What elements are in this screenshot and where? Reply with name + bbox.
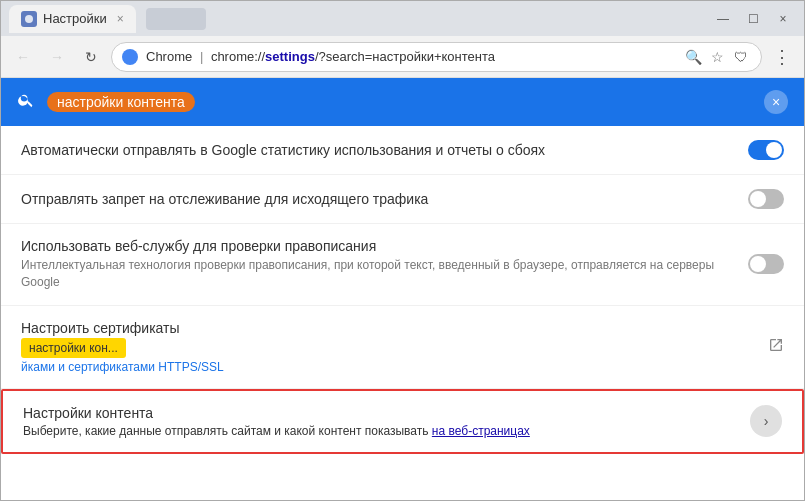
settings-item-title: Отправлять запрет на отслеживание для ис… — [21, 191, 732, 207]
window-controls: — ☐ × — [710, 9, 796, 29]
toggle-google-stats[interactable] — [748, 140, 784, 160]
titlebar-left: Настройки × — [9, 5, 206, 33]
tab-close-button[interactable]: × — [117, 12, 124, 26]
settings-item-text: Отправлять запрет на отслеживание для ис… — [21, 191, 748, 207]
close-window-button[interactable]: × — [770, 9, 796, 29]
new-tab-area — [146, 8, 206, 30]
cert-tooltip: настройки кон... — [21, 338, 126, 358]
address-text: Chrome | chrome://settings/?search=настр… — [146, 49, 495, 64]
bookmark-icon[interactable]: ☆ — [707, 47, 727, 67]
refresh-button[interactable]: ↻ — [77, 43, 105, 71]
settings-item-text: Автоматически отправлять в Google статис… — [21, 142, 748, 158]
browser-menu-button[interactable]: ⋮ — [768, 43, 796, 71]
settings-item-certificates: Настроить сертификаты настройки кон... й… — [1, 306, 804, 389]
toggle-dnt[interactable] — [748, 189, 784, 209]
searchbar-search-icon — [17, 91, 35, 114]
external-link-icon[interactable] — [768, 337, 784, 357]
address-domain: Chrome — [146, 49, 192, 64]
back-button[interactable]: ← — [9, 43, 37, 71]
toggle-spellcheck[interactable] — [748, 254, 784, 274]
settings-content: Автоматически отправлять в Google статис… — [1, 126, 804, 500]
content-settings-desc: Выберите, какие данные отправлять сайтам… — [23, 424, 750, 438]
browser-window: Настройки × — ☐ × ← → ↻ Chrome | chrome:… — [0, 0, 805, 501]
settings-searchbar: настройки контента × — [1, 78, 804, 126]
navbar: ← → ↻ Chrome | chrome://settings/?search… — [1, 36, 804, 78]
content-settings-chevron[interactable]: › — [750, 405, 782, 437]
settings-item-title: Использовать веб-службу для проверки пра… — [21, 238, 732, 254]
shield-icon[interactable]: 🛡 — [731, 47, 751, 67]
search-input-area[interactable]: настройки контента — [47, 93, 752, 111]
settings-item-text: Использовать веб-службу для проверки пра… — [21, 238, 748, 291]
address-full: chrome://settings/?search=настройки+конт… — [211, 49, 495, 64]
content-settings-text: Настройки контента Выберите, какие данны… — [23, 405, 750, 438]
settings-item-title: Автоматически отправлять в Google статис… — [21, 142, 732, 158]
cert-subtitle: йками и сертификатами HTTPS/SSL — [21, 360, 768, 374]
address-bar[interactable]: Chrome | chrome://settings/?search=настр… — [111, 42, 762, 72]
minimize-button[interactable]: — — [710, 9, 736, 29]
titlebar: Настройки × — ☐ × — [1, 1, 804, 36]
forward-button[interactable]: → — [43, 43, 71, 71]
cert-item-text: Настроить сертификаты настройки кон... й… — [21, 320, 768, 374]
search-addr-icon[interactable]: 🔍 — [683, 47, 703, 67]
settings-item-spellcheck: Использовать веб-службу для проверки пра… — [1, 224, 804, 306]
svg-point-0 — [25, 15, 33, 23]
browser-tab[interactable]: Настройки × — [9, 5, 136, 33]
site-favicon — [122, 49, 138, 65]
address-separator: | — [200, 49, 203, 64]
settings-item-google-stats: Автоматически отправлять в Google статис… — [1, 126, 804, 175]
content-settings-link[interactable]: на веб-страницах — [432, 424, 530, 438]
cert-title: Настроить сертификаты — [21, 320, 768, 336]
search-query-pill: настройки контента — [47, 92, 195, 112]
tab-title: Настройки — [43, 11, 107, 26]
address-actions: 🔍 ☆ 🛡 — [683, 47, 751, 67]
settings-item-dnt: Отправлять запрет на отслеживание для ис… — [1, 175, 804, 224]
content-settings-item[interactable]: Настройки контента Выберите, какие данны… — [1, 389, 804, 454]
content-settings-title: Настройки контента — [23, 405, 750, 421]
settings-item-desc: Интеллектуальная технология проверки пра… — [21, 257, 732, 291]
tab-favicon — [21, 11, 37, 27]
search-clear-button[interactable]: × — [764, 90, 788, 114]
maximize-button[interactable]: ☐ — [740, 9, 766, 29]
